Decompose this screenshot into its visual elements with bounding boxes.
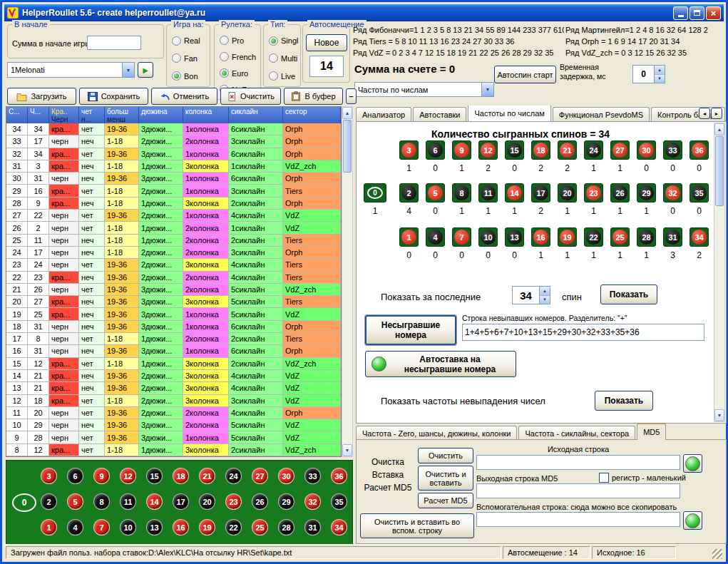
close-button[interactable]: × bbox=[706, 6, 721, 20]
table-row[interactable]: 1120чернчет19-362дюжи...2колонка4сиклайн… bbox=[6, 407, 341, 419]
table-row[interactable]: 313кра...неч1-181дюжи...3колонка1сиклайн… bbox=[6, 160, 341, 173]
column-header[interactable]: сектор bbox=[283, 107, 341, 123]
spin-up-icon[interactable]: ▲ bbox=[655, 66, 665, 74]
new-offset-button[interactable]: Новое bbox=[306, 34, 347, 51]
autospin-start-button[interactable]: Автоспин старт bbox=[494, 66, 556, 83]
md5-clear-paste-aux-button[interactable]: Очистить и вставить во вспом. строку bbox=[360, 513, 474, 538]
column-header[interactable]: сиклайн bbox=[229, 107, 283, 123]
board-number-5[interactable]: 5 bbox=[67, 493, 83, 510]
radio-french[interactable]: French bbox=[220, 52, 257, 61]
md5-aux-input[interactable] bbox=[476, 512, 680, 527]
board-number-34[interactable]: 34 bbox=[331, 519, 347, 535]
scroll-down-icon[interactable]: ▼ bbox=[342, 444, 352, 456]
freq-number-11[interactable]: 111 bbox=[478, 183, 498, 216]
board-number-10[interactable]: 10 bbox=[120, 519, 136, 535]
autobet-unplayed-button[interactable]: Автоставка на несыгравшие номера bbox=[365, 351, 516, 377]
freq-number-20[interactable]: 201 bbox=[558, 183, 577, 216]
board-number-17[interactable]: 17 bbox=[173, 493, 189, 510]
undo-button[interactable]: Отменить bbox=[151, 88, 217, 105]
to-buffer-button[interactable]: В буфер bbox=[284, 88, 343, 105]
table-row[interactable]: 2722чернчет19-362дюжи...1колонка4сиклайн… bbox=[6, 210, 341, 222]
chevron-down-icon[interactable]: ▼ bbox=[122, 63, 134, 77]
freq-number-29[interactable]: 291 bbox=[637, 183, 656, 216]
radio-real[interactable]: Real bbox=[172, 36, 207, 46]
board-number-29[interactable]: 29 bbox=[278, 493, 294, 510]
table-scrollbar[interactable]: ▲ ▼ bbox=[342, 106, 353, 457]
table-row[interactable]: 2126чернчет19-363дюжи...2колонка5сиклайн… bbox=[6, 284, 341, 296]
scrollbar-thumb[interactable] bbox=[343, 120, 352, 173]
board-number-2[interactable]: 2 bbox=[41, 493, 57, 510]
radio-fan[interactable]: Fan bbox=[172, 53, 207, 63]
table-row[interactable]: 1029черннеч19-363дюжи...2колонка5сиклайн… bbox=[6, 419, 341, 431]
tab-частота-сиклайны-сектора[interactable]: Частота - сиклайны, сектора bbox=[518, 426, 635, 440]
unplayed-numbers-button[interactable]: Несыгравшие номера bbox=[365, 315, 456, 345]
table-row[interactable]: 1925кра...неч19-363дюжи...1колонка5сикла… bbox=[6, 308, 341, 320]
scroll-up-icon[interactable]: ▲ bbox=[714, 123, 724, 135]
board-number-25[interactable]: 25 bbox=[252, 519, 268, 535]
column-header[interactable]: большменш bbox=[105, 107, 139, 123]
scroll-up-icon[interactable]: ▲ bbox=[342, 107, 352, 119]
board-number-12[interactable]: 12 bbox=[120, 468, 136, 484]
md5-source-input[interactable] bbox=[476, 455, 680, 470]
radio-live[interactable]: Live bbox=[269, 71, 297, 81]
table-row[interactable]: 1831черннеч19-363дюжи...1колонка6сиклайн… bbox=[6, 321, 341, 333]
md5-clear-button[interactable]: Очистить bbox=[418, 448, 473, 463]
column-header[interactable]: колонка bbox=[183, 107, 229, 123]
board-number-33[interactable]: 33 bbox=[304, 468, 321, 484]
table-row[interactable]: 3031черннеч19-363дюжи...1колонка6сиклайн… bbox=[6, 173, 341, 185]
table-row[interactable]: 1321кра...неч19-362дюжи...3колонка4сикла… bbox=[6, 382, 341, 394]
play-button[interactable]: ▶ bbox=[138, 62, 153, 78]
table-row[interactable]: 2223кра...неч19-362дюжи...2колонка4сикла… bbox=[6, 272, 341, 284]
table-row[interactable]: 928чернчет19-363дюжи...1колонка5сиклайнV… bbox=[6, 431, 341, 443]
board-number-24[interactable]: 24 bbox=[225, 468, 242, 484]
table-row[interactable]: 3234кра...чет19-363дюжи...1колонка6сикла… bbox=[6, 148, 341, 160]
freq-number-15[interactable]: 150 bbox=[505, 140, 524, 173]
table-row[interactable]: 2511черннеч1-181дюжи...2колонка2сиклайнT… bbox=[6, 235, 341, 247]
freq-number-24[interactable]: 241 bbox=[584, 140, 603, 173]
spin-down-icon[interactable]: ▼ bbox=[540, 295, 550, 304]
board-number-11[interactable]: 11 bbox=[120, 493, 136, 510]
board-number-32[interactable]: 32 bbox=[304, 493, 321, 510]
freq-number-5[interactable]: 50 bbox=[426, 183, 445, 216]
freq-number-30[interactable]: 300 bbox=[637, 140, 656, 173]
board-number-21[interactable]: 21 bbox=[199, 468, 215, 484]
board-number-22[interactable]: 22 bbox=[225, 519, 242, 535]
board-number-9[interactable]: 9 bbox=[93, 468, 110, 484]
scroll-down-icon[interactable]: ▼ bbox=[714, 409, 724, 421]
radio-bon[interactable]: Bon bbox=[172, 71, 207, 81]
radio-singl[interactable]: Singl bbox=[269, 36, 297, 46]
freq-number-14[interactable]: 141 bbox=[505, 183, 524, 216]
load-button[interactable]: Загрузить bbox=[7, 88, 76, 105]
freq-number-6[interactable]: 60 bbox=[426, 140, 445, 173]
save-button[interactable]: Сохранить bbox=[79, 88, 148, 105]
board-number-27[interactable]: 27 bbox=[252, 468, 268, 484]
spin-down-icon[interactable]: ▼ bbox=[655, 74, 665, 83]
board-number-14[interactable]: 14 bbox=[146, 493, 163, 510]
table-row[interactable]: 3434кра...чет19-363дюжи...1колонка6сикла… bbox=[6, 123, 341, 135]
table-row[interactable]: 2417черннеч1-182дюжи...2колонка3сиклайнO… bbox=[6, 247, 341, 259]
freq-number-26[interactable]: 261 bbox=[610, 183, 630, 216]
freq-number-16[interactable]: 161 bbox=[531, 227, 550, 260]
delay-spinner[interactable]: 0 ▲ ▼ bbox=[632, 65, 665, 83]
collapse-button[interactable]: – bbox=[346, 88, 357, 104]
md5-output-input[interactable] bbox=[476, 483, 680, 498]
board-number-19[interactable]: 19 bbox=[199, 519, 215, 535]
spin-up-icon[interactable]: ▲ bbox=[540, 287, 550, 295]
start-sum-input[interactable] bbox=[87, 36, 141, 50]
tab-md5[interactable]: MD5 bbox=[637, 424, 666, 440]
board-number-18[interactable]: 18 bbox=[173, 468, 189, 484]
board-number-28[interactable]: 28 bbox=[278, 519, 294, 535]
register-checkbox[interactable] bbox=[599, 473, 609, 483]
tab-частоты-по-числам[interactable]: Частоты по числам bbox=[468, 106, 550, 121]
board-number-15[interactable]: 15 bbox=[146, 468, 163, 484]
table-row[interactable]: 812кра...чет1-181дюжи...3колонка2сиклайн… bbox=[6, 444, 341, 456]
preset-combo[interactable]: 1Melonati ▼ bbox=[7, 62, 135, 78]
table-row[interactable]: 1631черннеч19-363дюжи...1колонка6сиклайн… bbox=[6, 345, 341, 357]
board-number-3[interactable]: 3 bbox=[41, 468, 57, 484]
board-number-31[interactable]: 31 bbox=[304, 519, 321, 535]
freq-number-3[interactable]: 31 bbox=[399, 140, 419, 173]
chevron-down-icon[interactable]: ▼ bbox=[481, 83, 493, 96]
board-number-36[interactable]: 36 bbox=[331, 468, 347, 484]
freq-number-35[interactable]: 350 bbox=[689, 183, 709, 216]
radio-multi[interactable]: Multi bbox=[269, 53, 297, 63]
